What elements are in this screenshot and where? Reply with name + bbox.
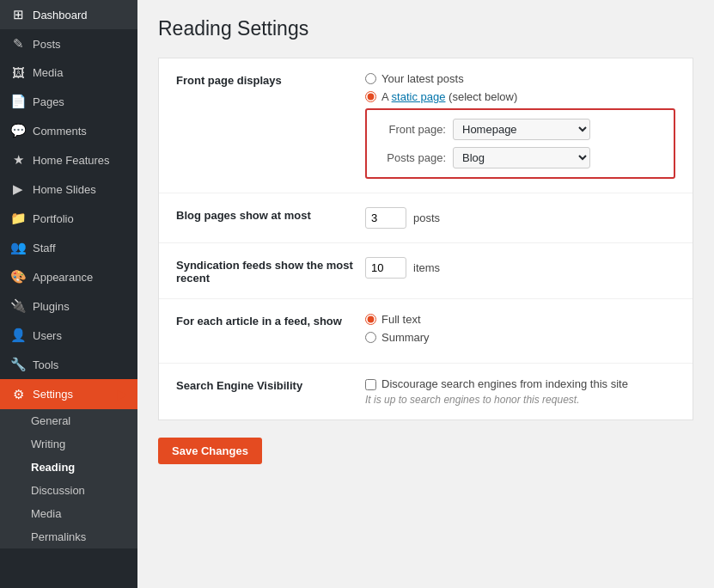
full-text-option[interactable]: Full text	[365, 313, 675, 326]
static-page-area: Front page: Homepage About Contact Posts…	[365, 108, 675, 179]
latest-posts-radio[interactable]	[365, 73, 376, 84]
syndication-row: Syndication feeds show the most recent i…	[159, 243, 693, 299]
pages-icon: 📄	[10, 94, 26, 109]
static-page-option[interactable]: A static page (select below)	[365, 90, 675, 103]
summary-option[interactable]: Summary	[365, 331, 675, 344]
sidebar-item-label: Users	[33, 329, 62, 342]
sidebar-item-label: Settings	[33, 388, 73, 401]
sidebar-item-media[interactable]: 🖼 Media	[0, 58, 137, 87]
sidebar-item-label: Posts	[33, 38, 61, 51]
syndication-number-row: items	[365, 257, 675, 279]
sidebar-item-label: Media	[33, 66, 63, 79]
sidebar-item-comments[interactable]: 💬 Comments	[0, 116, 137, 145]
sidebar: ⊞ Dashboard ✎ Posts 🖼 Media 📄 Pages 💬 Co…	[0, 0, 137, 588]
sidebar-item-staff[interactable]: 👥 Staff	[0, 233, 137, 262]
media-icon: 🖼	[10, 65, 26, 80]
front-page-row: Front page displays Your latest posts A …	[159, 58, 693, 193]
sidebar-item-settings[interactable]: ⚙ Settings ▶	[0, 379, 137, 409]
front-page-select-label: Front page:	[377, 123, 446, 136]
front-page-label: Front page displays	[176, 72, 365, 87]
discourage-label: Discourage search engines from indexing …	[381, 377, 628, 390]
sidebar-item-plugins[interactable]: 🔌 Plugins	[0, 291, 137, 321]
posts-icon: ✎	[10, 36, 26, 52]
blog-pages-label: Blog pages show at most	[176, 207, 365, 222]
sidebar-item-appearance[interactable]: 🎨 Appearance	[0, 262, 137, 291]
summary-label: Summary	[381, 331, 430, 344]
settings-form: Front page displays Your latest posts A …	[158, 58, 693, 420]
latest-posts-option-label: Your latest posts	[381, 72, 464, 85]
sidebar-item-label: Pages	[33, 95, 64, 108]
search-visibility-note: It is up to search engines to honor this…	[365, 394, 675, 406]
full-text-label: Full text	[381, 313, 421, 326]
main-content: Reading Settings Front page displays You…	[137, 0, 714, 588]
submenu-item-media[interactable]: Media	[0, 502, 137, 525]
plugins-icon: 🔌	[10, 298, 26, 314]
home-features-icon: ★	[10, 152, 26, 168]
page-title: Reading Settings	[158, 17, 693, 40]
settings-submenu: General Writing Reading Discussion Media…	[0, 409, 137, 548]
settings-icon: ⚙	[10, 387, 26, 402]
blog-pages-number-row: posts	[365, 207, 675, 229]
syndication-suffix: items	[413, 261, 440, 274]
sidebar-item-home-features[interactable]: ★ Home Features	[0, 145, 137, 175]
front-page-control: Your latest posts A static page (select …	[365, 72, 675, 179]
posts-page-select-label: Posts page:	[377, 151, 446, 164]
sidebar-item-label: Comments	[33, 125, 87, 138]
static-page-option-label: A static page (select below)	[381, 90, 517, 103]
sidebar-item-home-slides[interactable]: ▶ Home Slides	[0, 175, 137, 204]
sidebar-item-label: Appearance	[33, 271, 93, 284]
front-page-select-row: Front page: Homepage About Contact	[377, 119, 663, 140]
posts-page-select-row: Posts page: Blog News Archive	[377, 147, 663, 168]
front-page-select[interactable]: Homepage About Contact	[453, 119, 590, 140]
save-button[interactable]: Save Changes	[158, 438, 262, 464]
sidebar-item-posts[interactable]: ✎ Posts	[0, 29, 137, 58]
blog-pages-control: posts	[365, 207, 675, 229]
blog-pages-row: Blog pages show at most posts	[159, 193, 693, 243]
submenu-item-reading[interactable]: Reading	[0, 456, 137, 479]
sidebar-item-label: Portfolio	[33, 212, 74, 225]
syndication-label: Syndication feeds show the most recent	[176, 257, 365, 285]
sidebar-item-label: Tools	[33, 358, 58, 371]
search-visibility-label: Search Engine Visibility	[176, 377, 365, 392]
static-page-link[interactable]: static page	[392, 90, 446, 103]
appearance-icon: 🎨	[10, 269, 26, 285]
users-icon: 👤	[10, 328, 26, 343]
submenu-item-general[interactable]: General	[0, 409, 137, 432]
sidebar-item-users[interactable]: 👤 Users	[0, 321, 137, 350]
home-slides-icon: ▶	[10, 181, 26, 197]
sidebar-item-label: Dashboard	[33, 9, 88, 21]
posts-page-select[interactable]: Blog News Archive	[453, 147, 590, 168]
save-area: Save Changes	[158, 438, 693, 464]
tools-icon: 🔧	[10, 357, 26, 372]
search-visibility-row: Search Engine Visibility Discourage sear…	[159, 364, 693, 420]
sidebar-item-dashboard[interactable]: ⊞ Dashboard	[0, 0, 137, 29]
blog-pages-input[interactable]	[365, 207, 406, 229]
syndication-control: items	[365, 257, 675, 279]
sidebar-item-label: Plugins	[33, 300, 70, 313]
portfolio-icon: 📁	[10, 211, 26, 226]
summary-radio[interactable]	[365, 332, 376, 343]
sidebar-item-label: Home Features	[33, 154, 110, 167]
syndication-input[interactable]	[365, 257, 406, 279]
submenu-item-discussion[interactable]: Discussion	[0, 479, 137, 502]
search-visibility-checkbox-row: Discourage search engines from indexing …	[365, 377, 675, 390]
sidebar-item-portfolio[interactable]: 📁 Portfolio	[0, 204, 137, 233]
static-page-radio[interactable]	[365, 91, 376, 102]
submenu-item-writing[interactable]: Writing	[0, 432, 137, 456]
feed-article-row: For each article in a feed, show Full te…	[159, 299, 693, 364]
feed-article-control: Full text Summary	[365, 313, 675, 349]
search-visibility-control: Discourage search engines from indexing …	[365, 377, 675, 406]
sidebar-item-label: Home Slides	[33, 183, 96, 196]
blog-pages-suffix: posts	[413, 211, 440, 224]
comments-icon: 💬	[10, 123, 26, 138]
staff-icon: 👥	[10, 240, 26, 255]
sidebar-item-label: Staff	[33, 242, 56, 254]
feed-article-label: For each article in a feed, show	[176, 313, 365, 328]
settings-arrow-icon: ▶	[117, 386, 127, 402]
discourage-checkbox[interactable]	[365, 379, 376, 390]
latest-posts-option[interactable]: Your latest posts	[365, 72, 675, 85]
full-text-radio[interactable]	[365, 314, 376, 325]
submenu-item-permalinks[interactable]: Permalinks	[0, 525, 137, 548]
sidebar-item-pages[interactable]: 📄 Pages	[0, 87, 137, 116]
sidebar-item-tools[interactable]: 🔧 Tools	[0, 350, 137, 379]
